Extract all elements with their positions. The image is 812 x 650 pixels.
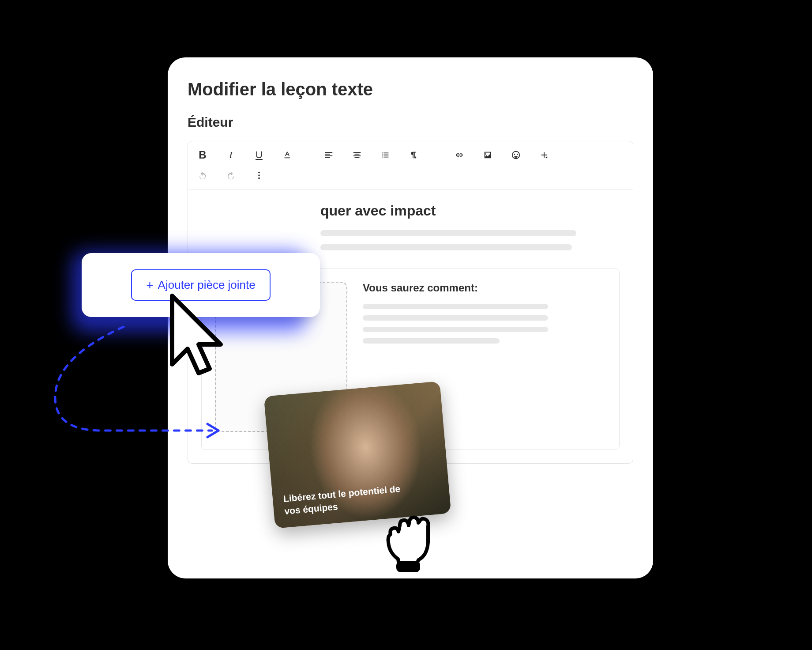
image-icon[interactable]: [482, 149, 493, 161]
cursor-arrow-icon: [163, 291, 234, 382]
placeholder-line: [363, 315, 548, 321]
page-title: Modifier la leçon texte: [188, 79, 633, 99]
svg-point-1: [258, 172, 260, 174]
add-attachment-label: Ajouter pièce jointe: [158, 278, 256, 292]
add-icon[interactable]: [538, 149, 550, 161]
paragraph-icon[interactable]: [408, 149, 419, 161]
svg-rect-4: [396, 561, 420, 572]
undo-icon[interactable]: [197, 170, 208, 181]
grab-cursor-icon: [371, 495, 450, 576]
placeholder-line: [320, 244, 572, 250]
placeholder-line: [363, 338, 500, 344]
svg-point-0: [546, 157, 548, 159]
link-icon[interactable]: [454, 149, 465, 161]
placeholder-line: [320, 230, 576, 236]
editor-toolbar: B I U: [188, 141, 633, 189]
list-icon[interactable]: [380, 149, 391, 161]
svg-point-3: [258, 178, 260, 179]
more-icon[interactable]: [253, 170, 265, 181]
text-color-icon[interactable]: [282, 149, 293, 161]
bold-icon[interactable]: B: [197, 149, 208, 161]
svg-point-2: [258, 174, 260, 176]
redo-icon[interactable]: [225, 170, 237, 181]
underline-icon[interactable]: U: [253, 149, 265, 161]
editor-section-label: Éditeur: [188, 115, 633, 130]
placeholder-line: [363, 304, 548, 309]
content-heading: quer avec impact: [201, 203, 620, 219]
placeholder-line: [363, 327, 548, 332]
emoji-icon[interactable]: [510, 149, 522, 161]
align-center-icon[interactable]: [351, 149, 363, 161]
plus-icon: +: [146, 279, 153, 291]
you-will-know-heading: Vous saurez comment:: [363, 282, 606, 294]
align-left-icon[interactable]: [323, 149, 335, 161]
italic-icon[interactable]: I: [225, 149, 237, 161]
